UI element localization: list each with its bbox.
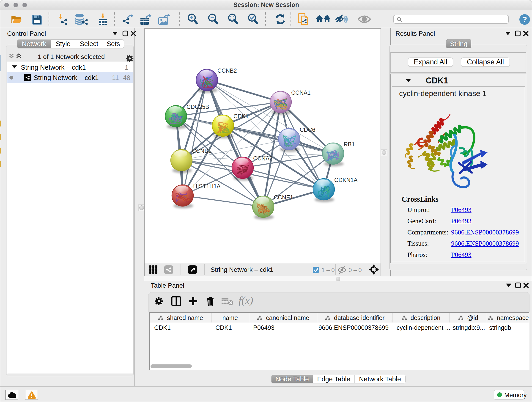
svg-text:CCNA2: CCNA2 <box>253 155 273 162</box>
svg-text:CDKN1A: CDKN1A <box>334 177 358 183</box>
svg-text:?: ? <box>522 15 527 24</box>
svg-text:CCNB1: CCNB1 <box>192 148 211 154</box>
svg-text:CCNA1: CCNA1 <box>291 89 311 96</box>
svg-text:CCNB2: CCNB2 <box>217 67 237 74</box>
svg-text:CDC25B: CDC25B <box>186 104 209 110</box>
svg-text:CCNE1: CCNE1 <box>274 194 293 201</box>
svg-text:RB1: RB1 <box>344 141 355 147</box>
svg-text:CDK1: CDK1 <box>234 113 249 119</box>
svg-text:HIST1H1A: HIST1H1A <box>193 183 221 189</box>
svg-text:CDC6: CDC6 <box>300 127 315 133</box>
